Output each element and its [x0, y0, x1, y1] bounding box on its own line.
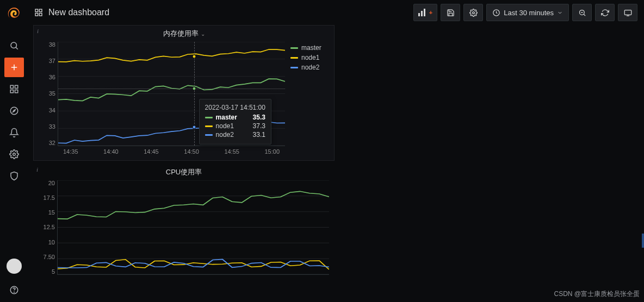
svg-point-17 — [472, 11, 474, 14]
shield-icon[interactable] — [4, 166, 24, 186]
chevron-down-icon: ⌄ — [201, 31, 205, 37]
search-icon[interactable] — [4, 36, 24, 55]
x-axis: 14:3514:4014:4514:5014:5515:00 — [58, 148, 285, 157]
y-axis: 38373635343332 — [39, 42, 55, 146]
configuration-icon[interactable] — [4, 144, 24, 164]
svg-point-12 — [14, 292, 14, 292]
panel-title: CPU使用率 — [166, 167, 202, 177]
svg-rect-7 — [15, 90, 17, 93]
legend-item[interactable]: master — [290, 44, 329, 52]
avatar[interactable] — [7, 259, 22, 274]
svg-rect-13 — [35, 9, 38, 12]
scroll-indicator — [642, 234, 644, 248]
svg-rect-16 — [39, 13, 42, 16]
chart-memory[interactable]: 38373635343332 2022-03-17 14:51:00 maste… — [39, 42, 285, 157]
svg-point-0 — [11, 42, 17, 48]
chart-cpu[interactable]: 2017.51512.5107.505 — [39, 180, 329, 286]
plus-icon[interactable] — [4, 58, 24, 77]
help-icon[interactable] — [4, 280, 24, 300]
grafana-logo-icon[interactable] — [6, 7, 22, 23]
svg-rect-5 — [15, 85, 17, 88]
svg-marker-9 — [13, 110, 15, 112]
chevron-down-icon — [557, 10, 563, 16]
settings-button[interactable] — [463, 4, 483, 21]
panel-title-row[interactable]: 内存使用率 ⌄ — [34, 26, 334, 39]
y-axis: 2017.51512.5107.505 — [39, 180, 55, 275]
clock-icon — [492, 9, 500, 17]
svg-rect-6 — [10, 90, 13, 93]
dashboards-icon[interactable] — [4, 79, 24, 99]
panel-cpu-usage: i CPU使用率 2017.51512.5107.505 — [33, 164, 335, 289]
zoom-out-button[interactable] — [572, 4, 592, 21]
svg-rect-15 — [35, 13, 38, 16]
info-icon[interactable]: i — [36, 166, 38, 173]
time-range-label: Last 30 minutes — [504, 9, 554, 17]
panel-title: 内存使用率 — [163, 29, 199, 39]
time-range-picker[interactable]: Last 30 minutes — [486, 4, 569, 21]
legend-item[interactable]: node2 — [290, 64, 329, 71]
svg-line-20 — [584, 14, 585, 16]
svg-line-1 — [16, 47, 18, 49]
watermark: CSDN @富士康质检员张全蛋 — [554, 290, 640, 299]
legend: masternode1node2 — [285, 42, 329, 157]
main-content: New dashboard + Last 30 minutes i 内存使用率 … — [28, 0, 644, 302]
info-icon[interactable]: i — [37, 28, 39, 34]
sidebar — [0, 0, 28, 302]
x-axis — [57, 277, 329, 286]
svg-rect-14 — [39, 9, 42, 12]
page-title[interactable]: New dashboard — [48, 8, 109, 17]
svg-point-8 — [10, 107, 18, 115]
alerting-icon[interactable] — [4, 123, 24, 142]
panel-title-row[interactable]: CPU使用率 — [33, 164, 335, 177]
explore-icon[interactable] — [4, 101, 24, 121]
cycle-view-button[interactable] — [618, 4, 637, 21]
panel-memory-usage: i 内存使用率 ⌄ 38373635343332 — [33, 25, 335, 161]
save-button[interactable] — [441, 4, 460, 21]
svg-rect-22 — [624, 10, 631, 15]
topbar: New dashboard + Last 30 minutes — [28, 0, 644, 25]
dashboard-grid-icon — [34, 8, 43, 17]
add-panel-button[interactable]: + — [413, 4, 437, 21]
refresh-button[interactable] — [595, 4, 615, 21]
svg-point-10 — [13, 153, 15, 156]
legend-item[interactable]: node1 — [290, 54, 329, 61]
svg-rect-4 — [10, 85, 13, 88]
